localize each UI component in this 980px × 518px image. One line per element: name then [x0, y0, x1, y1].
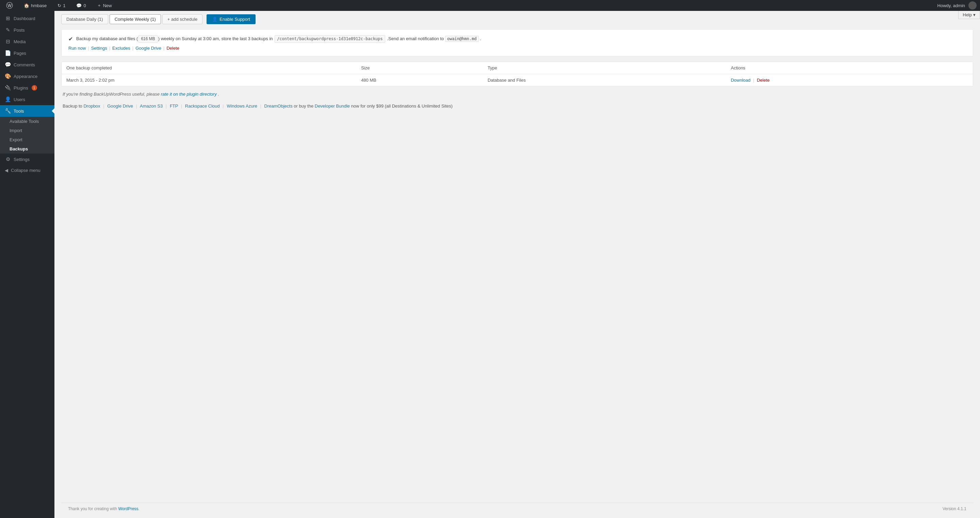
sidebar-item-label: Pages — [14, 51, 26, 56]
backup-row-actions: Download | Delete — [726, 74, 973, 86]
submenu-import[interactable]: Import — [0, 126, 54, 135]
backup-size-badge: 616 MB — [138, 35, 157, 43]
admin-avatar[interactable] — [969, 2, 977, 10]
sidebar-item-label: Dashboard — [14, 16, 35, 21]
sidebar-item-label: Comments — [14, 62, 35, 67]
developer-bundle-link[interactable]: Developer Bundle — [315, 104, 350, 108]
updates-count: 1 — [63, 3, 65, 8]
tab-add-schedule[interactable]: + add schedule — [162, 14, 203, 24]
new-label: New — [103, 3, 112, 8]
sidebar-item-dashboard[interactable]: ⊞ Dashboard — [0, 13, 54, 24]
col-header-type: Type — [483, 62, 726, 74]
submenu-export[interactable]: Export — [0, 135, 54, 144]
sidebar-item-comments[interactable]: 💬 Comments — [0, 59, 54, 70]
sidebar-item-appearance[interactable]: 🎨 Appearance — [0, 70, 54, 82]
dashboard-icon: ⊞ — [5, 15, 11, 21]
bundle-suffix: now for only $99 (all Destinations & Unl… — [351, 104, 453, 108]
sidebar-item-label: Tools — [14, 108, 24, 114]
delete-schedule-link[interactable]: Delete — [166, 46, 179, 51]
dest-dreamobjects[interactable]: DreamObjects — [264, 104, 293, 108]
help-chevron-icon: ▾ — [973, 12, 975, 18]
dest-ftp[interactable]: FTP — [170, 104, 178, 108]
submenu-backups[interactable]: Backups — [0, 144, 54, 153]
sidebar-item-pages[interactable]: 📄 Pages — [0, 47, 54, 59]
plugins-icon: 🔌 — [5, 85, 11, 91]
sidebar-item-tools[interactable]: 🔧 Tools — [0, 105, 54, 117]
active-arrow — [52, 108, 54, 114]
help-button[interactable]: Help ▾ — [958, 11, 980, 19]
col-header-completed: One backup completed — [62, 62, 356, 74]
user-shield-icon: 👤 — [212, 17, 218, 22]
dest-rackspace-cloud[interactable]: Rackspace Cloud — [185, 104, 220, 108]
new-content-bar[interactable]: ＋ New — [94, 0, 115, 11]
footer-wp-link[interactable]: WordPress — [118, 507, 138, 511]
settings-icon: ⚙ — [5, 156, 11, 163]
backup-to-label: Backup to — [63, 104, 82, 108]
dest-windows-azure[interactable]: Windows Azure — [227, 104, 257, 108]
wp-logo[interactable]: ⓦ — [3, 0, 16, 11]
google-drive-link[interactable]: Google Drive — [135, 46, 161, 51]
rate-plugin-link[interactable]: rate it on the plugin directory — [161, 92, 217, 97]
destinations-bar: Backup to Dropbox | Google Drive | Amazo… — [61, 104, 973, 108]
tab-database-daily[interactable]: Database Daily (1) — [61, 14, 108, 24]
backup-path: /content/backupwordpress-1d31e8912c-back… — [275, 35, 385, 43]
plus-icon: ＋ — [97, 2, 102, 8]
footer-version: Version 4.1.1 — [943, 507, 966, 511]
sidebar-item-media[interactable]: ⊟ Media — [0, 36, 54, 47]
sidebar-item-settings[interactable]: ⚙ Settings — [0, 153, 54, 165]
sidebar: ⊞ Dashboard ✎ Posts ⊟ Media 📄 Pages 💬 Co… — [0, 11, 54, 518]
comments-bar[interactable]: 💬 0 — [73, 0, 89, 11]
sidebar-item-posts[interactable]: ✎ Posts — [0, 24, 54, 36]
collapse-icon: ◀ — [5, 168, 8, 173]
sidebar-item-plugins[interactable]: 🔌 Plugins 1 — [0, 82, 54, 94]
backup-date: March 3, 2015 - 2:02 pm — [62, 74, 356, 86]
run-now-link[interactable]: Run now — [68, 46, 86, 51]
home-icon: 🏠 — [24, 3, 29, 8]
settings-link[interactable]: Settings — [91, 46, 107, 51]
tab-complete-weekly[interactable]: Complete Weekly (1) — [110, 14, 161, 24]
checkmark-icon: ✔ — [68, 36, 73, 42]
sidebar-item-label: Media — [14, 39, 25, 44]
admin-bar: ⓦ 🏠 hmbase ↻ 1 💬 0 ＋ New Howdy, admin — [0, 0, 980, 11]
backup-actions: Run now | Settings | Excludes | Google D… — [68, 46, 966, 51]
delete-backup-link[interactable]: Delete — [757, 78, 770, 83]
backup-email: owain@hmn.md — [445, 36, 479, 42]
users-icon: 👤 — [5, 96, 11, 102]
comments-icon: 💬 — [76, 3, 82, 8]
dest-google-drive[interactable]: Google Drive — [107, 104, 133, 108]
schedule-tabs: Database Daily (1) Complete Weekly (1) +… — [61, 14, 973, 24]
sidebar-item-label: Posts — [14, 27, 25, 33]
rate-notice: If you're finding BackUpWordPress useful… — [61, 92, 973, 97]
site-name-bar[interactable]: 🏠 hmbase — [21, 0, 49, 11]
excludes-link[interactable]: Excludes — [112, 46, 130, 51]
table-row: March 3, 2015 - 2:02 pm 480 MB Database … — [62, 74, 973, 86]
main-content: Help ▾ Database Daily (1) Complete Weekl… — [54, 11, 980, 518]
submenu-available-tools[interactable]: Available Tools — [0, 117, 54, 126]
comments-icon: 💬 — [5, 62, 11, 68]
media-icon: ⊟ — [5, 38, 11, 45]
summary-text-after-size: ) weekly on Sunday at 3:00 am, store the… — [158, 36, 273, 41]
backup-type: Database and Files — [483, 74, 726, 86]
site-name: hmbase — [31, 3, 47, 8]
enable-support-label: Enable Support — [220, 17, 250, 22]
collapse-menu-btn[interactable]: ◀ Collapse menu — [0, 165, 54, 175]
backup-file-size: 480 MB — [356, 74, 483, 86]
updates-icon: ↻ — [57, 3, 61, 8]
footer-thanks: Thank you for creating with WordPress. — [68, 507, 140, 511]
rate-notice-text-after: . — [218, 92, 219, 97]
backup-table: One backup completed Size Type Actions M… — [62, 62, 973, 86]
sidebar-item-users[interactable]: 👤 Users — [0, 94, 54, 105]
download-backup-link[interactable]: Download — [731, 78, 751, 83]
appearance-icon: 🎨 — [5, 73, 11, 79]
tools-submenu: Available Tools Import Export Backups — [0, 117, 54, 153]
updates-bar[interactable]: ↻ 1 — [55, 0, 68, 11]
dest-amazon-s3[interactable]: Amazon S3 — [140, 104, 163, 108]
action-separator: | — [753, 78, 754, 83]
col-header-actions: Actions — [726, 62, 973, 74]
sidebar-item-label: Users — [14, 97, 25, 102]
summary-text-after-path: .Send an email notification to — [387, 36, 444, 41]
summary-period: . — [480, 36, 481, 41]
enable-support-button[interactable]: 👤 Enable Support — [207, 14, 256, 24]
dest-dropbox[interactable]: Dropbox — [83, 104, 100, 108]
wordpress-icon: ⓦ — [6, 1, 13, 10]
